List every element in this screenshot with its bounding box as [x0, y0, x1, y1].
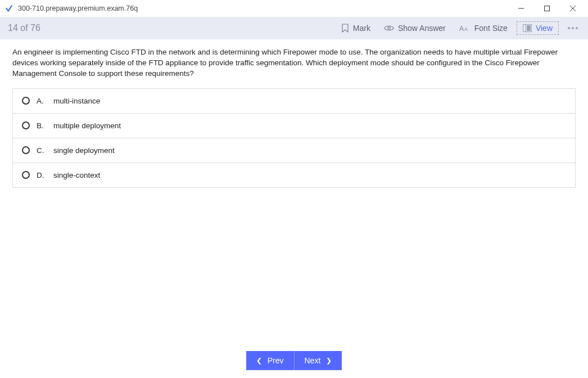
svg-rect-9: [527, 25, 531, 31]
toolbar: 14 of 76 Mark Show Answer AA Font Size V…: [0, 17, 588, 39]
option-text: multi-instance: [53, 97, 100, 105]
option-letter: A.: [37, 97, 47, 105]
radio-icon: [22, 122, 30, 129]
option-letter: C.: [37, 146, 47, 155]
font-size-icon: AA: [459, 24, 471, 32]
view-layout-icon: [523, 24, 532, 32]
app-icon: [4, 4, 13, 13]
option-b[interactable]: B. multiple deployment: [13, 113, 575, 138]
option-text: multiple deployment: [53, 122, 121, 130]
minimize-button[interactable]: [508, 0, 534, 17]
prev-label: Prev: [268, 356, 284, 365]
option-d[interactable]: D. single-context: [13, 163, 575, 187]
chevron-right-icon: ❯: [326, 357, 332, 364]
more-button[interactable]: [564, 25, 581, 32]
next-label: Next: [305, 356, 321, 365]
svg-text:A: A: [464, 26, 468, 32]
eye-icon: [384, 24, 394, 32]
option-text: single-context: [53, 171, 100, 179]
font-size-button[interactable]: AA Font Size: [453, 21, 514, 35]
show-answer-button[interactable]: Show Answer: [377, 21, 453, 35]
radio-icon: [22, 97, 30, 105]
prev-button[interactable]: ❮ Prev: [246, 351, 295, 370]
svg-text:A: A: [459, 25, 464, 32]
svg-point-4: [388, 27, 390, 29]
view-label: View: [536, 24, 553, 33]
radio-icon: [22, 146, 30, 154]
chevron-left-icon: ❮: [256, 357, 262, 364]
content-area: An engineer is implementing Cisco FTD in…: [0, 39, 588, 343]
mark-button[interactable]: Mark: [334, 21, 377, 35]
window-title: 300-710.prepaway.premium.exam.76q: [18, 4, 138, 12]
mark-label: Mark: [353, 24, 370, 33]
close-button[interactable]: [560, 0, 586, 17]
svg-rect-1: [545, 6, 550, 11]
question-text: An engineer is implementing Cisco FTD in…: [12, 47, 576, 79]
bookmark-icon: [341, 24, 349, 33]
more-icon: [568, 27, 570, 29]
question-counter: 14 of 76: [7, 23, 40, 33]
option-text: single deployment: [53, 146, 115, 155]
next-button[interactable]: Next ❯: [295, 351, 342, 370]
footer-nav: ❮ Prev Next ❯: [0, 343, 588, 378]
option-letter: D.: [37, 171, 47, 179]
view-button[interactable]: View: [517, 21, 559, 35]
option-a[interactable]: A. multi-instance: [13, 89, 575, 113]
option-letter: B.: [37, 122, 47, 130]
show-answer-label: Show Answer: [398, 24, 446, 33]
options-list: A. multi-instance B. multiple deployment…: [12, 88, 576, 188]
title-bar: 300-710.prepaway.premium.exam.76q: [0, 0, 588, 17]
radio-icon: [22, 171, 30, 179]
font-size-label: Font Size: [474, 24, 508, 33]
option-c[interactable]: C. single deployment: [13, 138, 575, 163]
maximize-button[interactable]: [534, 0, 560, 17]
